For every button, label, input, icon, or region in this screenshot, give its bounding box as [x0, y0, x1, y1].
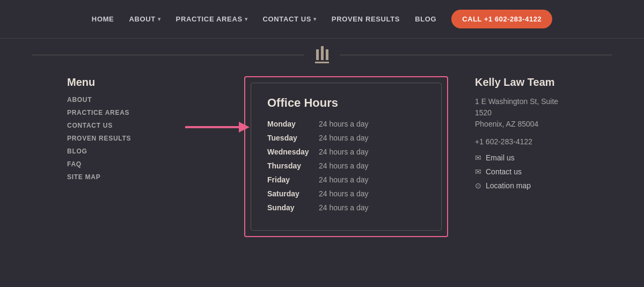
address-line1: 1 E Washington St, Suite 1520 [475, 97, 558, 117]
pink-arrow-icon [185, 119, 250, 135]
email-us-link[interactable]: ✉ Email us [475, 153, 577, 162]
nav-practice-areas[interactable]: PRACTICE AREAS ▾ [176, 15, 248, 23]
menu-item-practice-areas[interactable]: PRACTICE AREAS [67, 109, 174, 116]
main-content: Menu ABOUT PRACTICE AREAS CONTACT US PRO… [0, 71, 644, 248]
contact-us-label: Contact us [486, 167, 522, 176]
nav-proven-results[interactable]: PROVEN RESULTS [332, 15, 400, 23]
menu-item-about[interactable]: ABOUT [67, 96, 174, 104]
contact-address: 1 E Washington St, Suite 1520 Phoenix, A… [475, 96, 577, 130]
hours-sunday-day: Sunday [267, 203, 316, 212]
hours-saturday-time: 24 hours a day [319, 189, 369, 198]
hours-friday: Friday 24 hours a day [267, 175, 425, 184]
address-line2: Phoenix, AZ 85004 [475, 120, 538, 128]
email-us-label: Email us [486, 153, 515, 162]
arrow-container [185, 76, 250, 135]
hours-tuesday-time: 24 hours a day [319, 134, 369, 142]
menu-item-blog[interactable]: BLOG [67, 148, 174, 155]
hours-saturday: Saturday 24 hours a day [267, 189, 425, 198]
contact-chevron-icon: ▾ [313, 16, 317, 22]
hours-sunday: Sunday 24 hours a day [267, 203, 425, 212]
hours-sunday-time: 24 hours a day [319, 203, 369, 212]
hours-thursday-day: Thursday [267, 161, 316, 170]
hours-saturday-day: Saturday [267, 189, 316, 198]
menu-item-sitemap[interactable]: SITE MAP [67, 173, 174, 181]
hours-thursday-time: 24 hours a day [319, 161, 369, 170]
office-hours-outer-box: Office Hours Monday 24 hours a day Tuesd… [244, 76, 448, 237]
location-pin-icon: ⊙ [475, 181, 481, 190]
menu-item-contact-us[interactable]: CONTACT US [67, 122, 174, 129]
nav-about[interactable]: ABOUT ▾ [129, 15, 160, 23]
menu-item-proven-results[interactable]: PROVEN RESULTS [67, 135, 174, 142]
call-button[interactable]: CALL +1 602-283-4122 [451, 10, 552, 28]
location-map-link[interactable]: ⊙ Location map [475, 181, 577, 190]
footer-menu: Menu ABOUT PRACTICE AREAS CONTACT US PRO… [67, 76, 185, 186]
menu-title: Menu [67, 76, 174, 89]
office-hours-title: Office Hours [267, 96, 425, 110]
hours-monday-day: Monday [267, 120, 316, 128]
divider-row [0, 39, 644, 71]
hours-tuesday-day: Tuesday [267, 134, 316, 142]
main-nav: HOME ABOUT ▾ PRACTICE AREAS ▾ CONTACT US… [0, 0, 644, 39]
hours-thursday: Thursday 24 hours a day [267, 161, 425, 170]
divider-left [32, 55, 304, 55]
nav-blog[interactable]: BLOG [415, 15, 436, 23]
hours-wednesday: Wednesday 24 hours a day [267, 148, 425, 156]
hours-friday-time: 24 hours a day [319, 175, 369, 184]
contact-us-icon: ✉ [475, 167, 481, 176]
hours-monday-time: 24 hours a day [319, 120, 369, 128]
about-chevron-icon: ▾ [158, 16, 161, 22]
kelly-law-title: Kelly Law Team [475, 76, 577, 89]
location-map-label: Location map [486, 181, 531, 190]
menu-item-faq[interactable]: FAQ [67, 160, 174, 168]
nav-contact-us[interactable]: CONTACT US ▾ [262, 15, 316, 23]
hours-tuesday: Tuesday 24 hours a day [267, 134, 425, 142]
nav-home[interactable]: HOME [92, 15, 114, 23]
practice-chevron-icon: ▾ [245, 16, 248, 22]
office-hours-inner-box: Office Hours Monday 24 hours a day Tuesd… [251, 83, 442, 231]
contact-phone: +1 602-283-4122 [475, 137, 577, 146]
pillar-icon [315, 46, 329, 63]
email-us-icon: ✉ [475, 153, 481, 162]
hours-wednesday-day: Wednesday [267, 148, 316, 156]
contact-us-link[interactable]: ✉ Contact us [475, 167, 577, 176]
contact-section: Kelly Law Team 1 E Washington St, Suite … [448, 76, 577, 195]
hours-friday-day: Friday [267, 175, 316, 184]
hours-monday: Monday 24 hours a day [267, 120, 425, 128]
divider-right [340, 55, 612, 55]
hours-wednesday-time: 24 hours a day [319, 148, 369, 156]
